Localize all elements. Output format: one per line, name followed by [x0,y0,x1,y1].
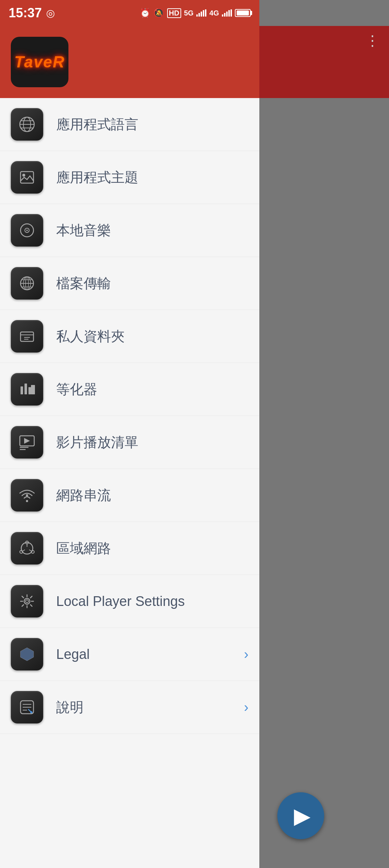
legal-icon [11,638,43,670]
play-icon: ▶ [294,803,310,828]
svg-rect-16 [21,332,33,341]
menu-label-video-playlist: 影片播放清單 [56,433,249,452]
svg-line-37 [29,550,31,551]
svg-point-39 [26,600,28,603]
4g-icon: 4G [209,9,219,17]
menu-item-language[interactable]: 應用程式語言 [0,98,259,151]
menu-label-language: 應用程式語言 [56,115,249,134]
svg-point-9 [26,230,28,231]
app-header: TaveR [0,26,259,98]
chevron-right-legal: › [244,647,249,662]
menu-label-network-stream: 網路串流 [56,486,249,505]
location-icon: ◎ [46,7,55,19]
right-panel [259,0,389,868]
svg-point-46 [30,711,32,713]
svg-rect-22 [28,387,31,394]
menu-item-private-folder[interactable]: 私人資料夾 [0,310,259,363]
hd-icon: HD [167,8,181,18]
image-icon [11,161,43,194]
battery-icon [235,9,251,17]
menu-label-local-player: Local Player Settings [56,594,249,609]
svg-line-36 [23,550,25,551]
menu-label-theme: 應用程式主題 [56,168,249,187]
settings-icon [11,585,43,617]
menu-label-local-music: 本地音樂 [56,221,249,240]
svg-rect-24 [31,385,33,394]
menu-item-local-player[interactable]: Local Player Settings [0,575,259,628]
menu-item-equalizer[interactable]: 等化器 [0,363,259,416]
menu-item-file-transfer[interactable]: 檔案傳輸 [0,257,259,310]
music-icon [11,214,43,247]
svg-rect-20 [21,386,23,394]
overflow-menu-button[interactable]: ⋮ [365,33,380,48]
wifi-icon [11,479,43,511]
chevron-right-help: › [244,700,249,715]
status-time: 15:37 [9,5,42,21]
menu-label-equalizer: 等化器 [56,380,249,399]
svg-rect-21 [24,384,27,394]
menu-label-lan: 區域網路 [56,539,249,558]
status-bar: 15:37 ◎ ⏰ 🔕 HD 5G 4G [0,0,259,26]
menu-container: 應用程式語言 應用程式主題 本地音樂 [0,98,259,868]
svg-marker-28 [24,438,30,444]
equalizer-icon [11,373,43,406]
menu-item-local-music[interactable]: 本地音樂 [0,204,259,257]
folder-icon [11,320,43,353]
logo-text: TaveR [14,53,65,71]
menu-item-lan[interactable]: 區域網路 [0,522,259,575]
status-right: ⏰ 🔕 HD 5G 4G [140,8,251,18]
video-list-icon [11,426,43,459]
menu-label-private-folder: 私人資料夾 [56,327,249,346]
transfer-icon [11,267,43,300]
signal-bars-2 [222,9,232,17]
svg-marker-41 [21,648,33,661]
lan-icon [11,532,43,564]
mute-icon: 🔕 [153,8,164,18]
svg-point-6 [22,174,25,177]
svg-point-30 [26,494,28,496]
play-button[interactable]: ▶ [277,792,324,839]
help-icon [11,691,43,723]
5g-icon: 5G [184,9,194,17]
alarm-icon: ⏰ [140,8,151,18]
menu-item-help[interactable]: 說明 › [0,681,259,734]
signal-bars-1 [196,9,206,17]
menu-item-network-stream[interactable]: 網路串流 [0,469,259,522]
globe-icon [11,108,43,141]
overflow-menu-area: ⋮ [259,26,389,98]
menu-item-legal[interactable]: Legal › [0,628,259,681]
status-left: 15:37 ◎ [9,5,55,21]
svg-point-29 [26,500,28,502]
menu-item-theme[interactable]: 應用程式主題 [0,151,259,204]
menu-label-help: 說明 [56,698,240,717]
svg-point-38 [24,598,30,604]
menu-label-file-transfer: 檔案傳輸 [56,274,249,293]
menu-label-legal: Legal [56,647,240,662]
menu-item-video-playlist[interactable]: 影片播放清單 [0,416,259,469]
svg-rect-5 [21,172,33,183]
app-logo: TaveR [11,37,68,87]
